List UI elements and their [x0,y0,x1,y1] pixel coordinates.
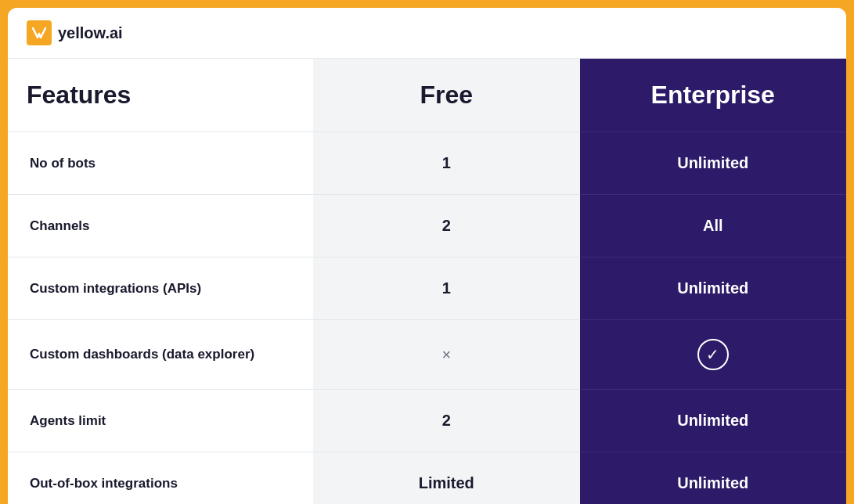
check-circle-icon: ✓ [697,339,729,370]
free-cell-5: Limited [313,452,580,504]
free-value-4: 2 [442,412,451,430]
free-value-2: 1 [442,279,451,297]
feature-cell-4: Agents limit [8,389,313,452]
pricing-card: yellow.ai Features Free Enterprise No of… [8,8,846,504]
logo: yellow.ai [27,20,827,45]
enterprise-value-2: Unlimited [677,279,748,297]
feature-label-3: Custom dashboards (data explorer) [30,347,254,362]
free-cell-1: 2 [313,194,580,257]
enterprise-cell-3: ✓ [580,319,847,389]
feature-cell-0: No of bots [8,131,313,194]
enterprise-value-5: Unlimited [677,474,748,492]
free-value-5: Limited [419,474,474,492]
free-cell-4: 2 [313,389,580,452]
free-cell-2: 1 [313,257,580,319]
feature-label-4: Agents limit [30,413,106,429]
features-col-header: Features [8,59,313,131]
header: yellow.ai [8,8,846,59]
enterprise-value-0: Unlimited [677,154,748,172]
logo-text: yellow.ai [58,24,123,42]
feature-label-2: Custom integrations (APIs) [30,281,201,297]
features-header-text: Features [27,81,131,110]
enterprise-cell-2: Unlimited [580,257,847,319]
enterprise-cell-0: Unlimited [580,131,847,194]
enterprise-cell-5: Unlimited [580,452,847,504]
enterprise-value-4: Unlimited [677,412,748,430]
free-value-0: 1 [442,154,451,172]
free-col-header: Free [313,59,580,131]
feature-cell-3: Custom dashboards (data explorer) [8,319,313,389]
enterprise-value-1: All [703,217,723,235]
free-cell-3: × [313,319,580,389]
feature-cell-5: Out-of-box integrations [8,452,313,504]
feature-cell-2: Custom integrations (APIs) [8,257,313,319]
enterprise-cell-4: Unlimited [580,389,847,452]
free-value-1: 2 [442,217,451,235]
free-header-text: Free [420,81,473,110]
feature-label-1: Channels [30,218,90,234]
feature-cell-1: Channels [8,194,313,257]
pricing-table: Features Free Enterprise No of bots 1 Un… [8,59,846,504]
logo-icon [27,20,52,45]
enterprise-header-text: Enterprise [651,81,775,110]
enterprise-cell-1: All [580,194,847,257]
enterprise-col-header: Enterprise [580,59,847,131]
x-mark-icon: × [441,346,451,364]
free-cell-0: 1 [313,131,580,194]
feature-label-5: Out-of-box integrations [30,476,178,491]
feature-label-0: No of bots [30,156,95,171]
